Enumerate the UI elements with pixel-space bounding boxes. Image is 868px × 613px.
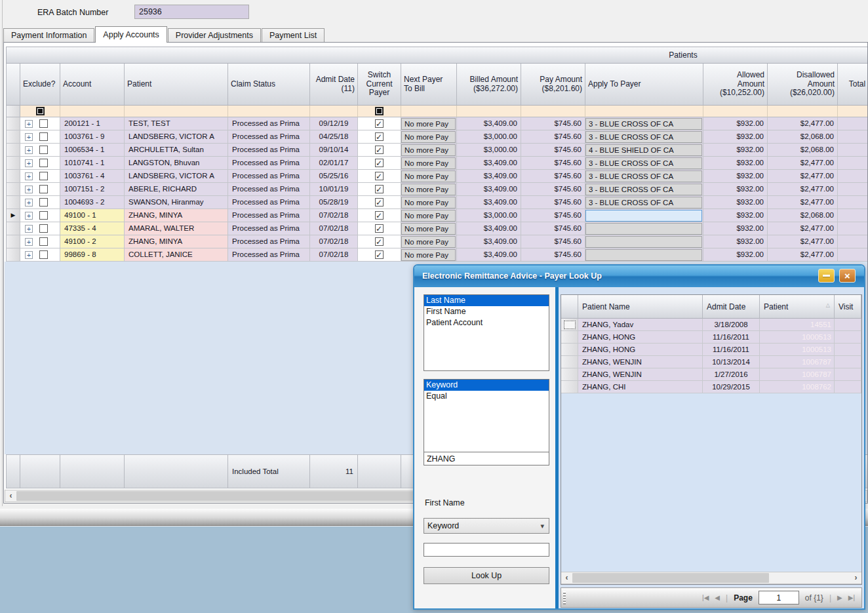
header-pay-amount[interactable]: Pay Amount ($8,201.60) bbox=[521, 64, 585, 106]
result-patient-number[interactable]: 1000513 bbox=[760, 331, 835, 344]
pay-amount-cell[interactable]: $745.60 bbox=[521, 117, 585, 130]
result-row[interactable]: ZHANG, WENJIN 1/27/2016 1006787 bbox=[561, 368, 861, 381]
claim-status-cell[interactable]: Processed as Prima bbox=[228, 209, 310, 222]
tab[interactable]: Apply Accounts bbox=[95, 26, 167, 43]
result-patient-number[interactable]: 1008762 bbox=[760, 381, 835, 393]
account-cell[interactable]: 49100 - 2 bbox=[60, 235, 125, 248]
exclude-checkbox[interactable] bbox=[39, 119, 48, 128]
account-cell[interactable]: 1003761 - 4 bbox=[60, 170, 125, 183]
expand-plus-icon[interactable]: + bbox=[25, 212, 33, 220]
patient-cell[interactable]: LANDSBERG, VICTOR A bbox=[125, 170, 228, 183]
claim-status-cell[interactable]: Processed as Prima bbox=[228, 144, 310, 157]
pay-amount-cell[interactable]: $745.60 bbox=[521, 170, 585, 183]
next-payer-button[interactable]: No more Pay bbox=[401, 236, 456, 248]
claim-status-cell[interactable]: Processed as Prima bbox=[228, 235, 310, 248]
exclude-checkbox[interactable] bbox=[39, 198, 48, 207]
total-cell[interactable] bbox=[838, 157, 868, 170]
switch-payer-checkbox[interactable]: ✓ bbox=[375, 198, 384, 207]
result-visit[interactable] bbox=[835, 319, 861, 331]
expand-plus-icon[interactable]: + bbox=[25, 159, 33, 167]
filter-total[interactable] bbox=[838, 106, 868, 117]
apply-to-payer-field[interactable]: 3 - BLUE CROSS OF CA bbox=[585, 118, 702, 130]
header-total[interactable]: Total bbox=[838, 64, 868, 106]
pager-grip[interactable] bbox=[563, 591, 566, 604]
account-cell[interactable]: 99869 - 8 bbox=[60, 248, 125, 262]
next-payer-button[interactable]: No more Pay bbox=[401, 144, 456, 156]
pay-amount-cell[interactable]: $745.60 bbox=[521, 209, 585, 222]
allowed-amount-cell[interactable]: $932.00 bbox=[703, 209, 768, 222]
filter-disallowed[interactable] bbox=[768, 106, 838, 117]
row-selector[interactable]: ▶ bbox=[6, 157, 20, 170]
filter-apply[interactable] bbox=[585, 106, 703, 117]
apply-to-payer-field[interactable]: 3 - BLUE CROSS OF CA bbox=[585, 157, 702, 169]
expand-plus-icon[interactable]: + bbox=[25, 172, 33, 180]
apply-to-payer-field[interactable] bbox=[585, 236, 702, 248]
switch-payer-checkbox[interactable]: ✓ bbox=[375, 132, 384, 141]
search-field-option[interactable]: First Name bbox=[424, 306, 549, 317]
disallowed-amount-cell[interactable]: $2,477.00 bbox=[768, 170, 838, 183]
disallowed-amount-cell[interactable]: $2,477.00 bbox=[768, 157, 838, 170]
result-visit[interactable] bbox=[835, 344, 861, 356]
first-page-button[interactable]: |◀ bbox=[702, 594, 709, 601]
patient-cell[interactable]: ARCHULETTA, Sultan bbox=[125, 144, 228, 157]
filter-pay[interactable] bbox=[521, 106, 585, 117]
disallowed-amount-cell[interactable]: $2,477.00 bbox=[768, 183, 838, 196]
result-visit[interactable] bbox=[835, 356, 861, 368]
allowed-amount-cell[interactable]: $932.00 bbox=[703, 117, 768, 130]
exclude-checkbox[interactable] bbox=[39, 211, 48, 220]
allowed-amount-cell[interactable]: $932.00 bbox=[703, 235, 768, 248]
admit-date-cell[interactable]: 05/28/19 bbox=[310, 196, 358, 209]
result-row-selector[interactable] bbox=[561, 319, 578, 331]
result-row-selector[interactable] bbox=[561, 344, 578, 356]
apply-to-payer-field[interactable] bbox=[585, 210, 702, 222]
exclude-checkbox[interactable] bbox=[39, 237, 48, 246]
patient-cell[interactable]: LANGSTON, Bhuvan bbox=[125, 157, 228, 170]
header-claim-status[interactable]: Claim Status bbox=[228, 64, 310, 106]
result-patient-number[interactable]: 1006787 bbox=[760, 368, 835, 381]
admit-date-cell[interactable]: 07/02/18 bbox=[310, 222, 358, 235]
apply-to-payer-field[interactable]: 3 - BLUE CROSS OF CA bbox=[585, 131, 702, 143]
next-payer-button[interactable]: No more Pay bbox=[401, 118, 456, 130]
billed-amount-cell[interactable]: $3,409.00 bbox=[457, 222, 521, 235]
filter-claim-status[interactable] bbox=[228, 106, 310, 117]
scroll-left-icon[interactable]: ‹ bbox=[561, 572, 572, 583]
result-row[interactable]: ZHANG, CHI 10/29/2015 1008762 bbox=[561, 381, 861, 393]
header-exclude[interactable]: Exclude? bbox=[20, 64, 60, 106]
result-admit-date[interactable]: 1/27/2016 bbox=[703, 368, 760, 381]
admit-date-cell[interactable]: 07/02/18 bbox=[310, 248, 358, 262]
total-cell[interactable] bbox=[838, 117, 868, 130]
minimize-button[interactable] bbox=[818, 269, 835, 283]
previous-page-button[interactable]: ◀ bbox=[715, 594, 720, 601]
allowed-amount-cell[interactable]: $932.00 bbox=[703, 196, 768, 209]
admit-date-cell[interactable]: 09/12/19 bbox=[310, 117, 358, 130]
scroll-right-icon[interactable]: › bbox=[850, 572, 861, 583]
total-cell[interactable] bbox=[838, 209, 868, 222]
next-payer-button[interactable]: No more Pay bbox=[401, 223, 456, 235]
allowed-amount-cell[interactable]: $932.00 bbox=[703, 157, 768, 170]
switch-payer-checkbox[interactable]: ✓ bbox=[375, 119, 384, 128]
next-payer-button[interactable]: No more Pay bbox=[401, 210, 456, 222]
pay-amount-cell[interactable]: $745.60 bbox=[521, 144, 585, 157]
apply-to-payer-field[interactable] bbox=[585, 249, 702, 261]
result-row[interactable]: ZHANG, HONG 11/16/2011 1000513 bbox=[561, 331, 861, 344]
switch-all-checkbox[interactable] bbox=[375, 107, 384, 115]
claim-status-cell[interactable]: Processed as Prima bbox=[228, 196, 310, 209]
match-type-option[interactable]: Equal bbox=[424, 391, 549, 402]
result-row-selector[interactable] bbox=[561, 356, 578, 368]
pay-amount-cell[interactable]: $745.60 bbox=[521, 196, 585, 209]
billed-amount-cell[interactable]: $3,409.00 bbox=[457, 170, 521, 183]
header-patient[interactable]: Patient bbox=[125, 64, 228, 106]
result-row[interactable]: ZHANG, Yadav 3/18/2008 14551 bbox=[561, 319, 861, 331]
exclude-checkbox[interactable] bbox=[39, 172, 48, 180]
next-payer-button[interactable]: No more Pay bbox=[401, 157, 456, 169]
total-cell[interactable] bbox=[838, 144, 868, 157]
patient-cell[interactable]: COLLETT, JANICE bbox=[125, 248, 228, 262]
switch-payer-checkbox[interactable]: ✓ bbox=[375, 159, 384, 167]
scroll-left-icon[interactable]: ‹ bbox=[5, 490, 16, 502]
admit-date-cell[interactable]: 05/25/16 bbox=[310, 170, 358, 183]
patient-cell[interactable]: ZHANG, MINYA bbox=[125, 209, 228, 222]
pay-amount-cell[interactable]: $745.60 bbox=[521, 157, 585, 170]
result-row-selector[interactable] bbox=[561, 368, 578, 381]
exclude-checkbox[interactable] bbox=[39, 132, 48, 141]
disallowed-amount-cell[interactable]: $2,068.00 bbox=[768, 209, 838, 222]
